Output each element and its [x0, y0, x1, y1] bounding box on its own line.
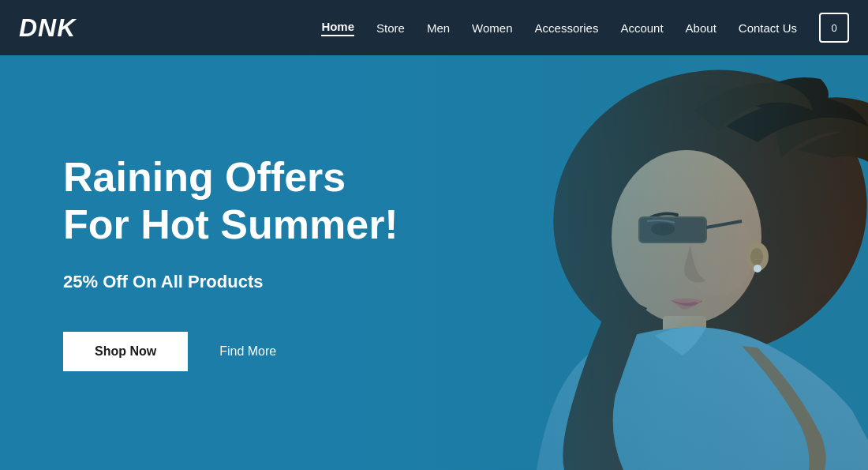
- shop-now-button[interactable]: Shop Now: [63, 332, 188, 371]
- hero-title-line1: Raining Offers: [63, 154, 346, 200]
- nav-about[interactable]: About: [686, 21, 716, 35]
- nav-women[interactable]: Women: [472, 21, 512, 35]
- hero-buttons: Shop Now Find More: [63, 332, 398, 371]
- cart-button[interactable]: 0: [819, 13, 849, 43]
- find-more-button[interactable]: Find More: [219, 344, 276, 359]
- site-header: DNK Home Store Men Women Accessories Acc…: [0, 0, 868, 55]
- nav-accessories[interactable]: Accessories: [535, 21, 599, 35]
- hero-title-line2: For Hot Summer!: [63, 201, 398, 247]
- cart-count: 0: [831, 22, 836, 34]
- main-nav: Home Store Men Women Accessories Account…: [321, 13, 849, 43]
- nav-men[interactable]: Men: [427, 21, 450, 35]
- nav-contact[interactable]: Contact Us: [739, 21, 797, 35]
- hero-content: Raining Offers For Hot Summer! 25% Off O…: [0, 154, 462, 372]
- hero-subtitle: 25% Off On All Products: [63, 272, 398, 292]
- site-logo[interactable]: DNK: [19, 13, 76, 43]
- nav-store[interactable]: Store: [376, 21, 405, 35]
- hero-title: Raining Offers For Hot Summer!: [63, 154, 398, 249]
- nav-home[interactable]: Home: [321, 20, 354, 36]
- hero-section: Raining Offers For Hot Summer! 25% Off O…: [0, 55, 868, 470]
- nav-account[interactable]: Account: [620, 21, 663, 35]
